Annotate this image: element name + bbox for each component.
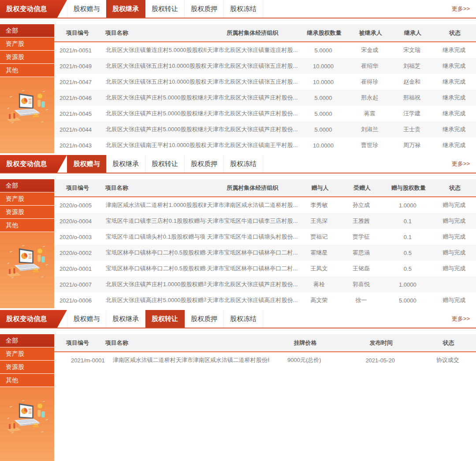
category-sidebar: 全部 资产股 资源股 其他: [0, 334, 54, 461]
more-link[interactable]: 更多>>: [452, 0, 476, 18]
table-row[interactable]: 2021/n-0044 北辰区大张庄镇芦庄村5.0000股股权继承... 天津市…: [54, 122, 476, 137]
section-title-banner: 股权变动信息: [0, 310, 67, 328]
cell: 2021/n-0043: [54, 137, 105, 153]
cell: 刘淑兰: [350, 122, 392, 137]
tab-equity-transfer[interactable]: 股权转让: [145, 0, 185, 18]
section-title-banner: 股权变动信息: [0, 0, 67, 18]
tab-equity-inheritance[interactable]: 股权继承: [106, 0, 145, 18]
cell: 天津市北辰区大张庄镇芦庄村股份...: [206, 106, 299, 122]
table-header-row: 项目编号 项目名称 所属村集体经济组织 赠与人 受赠人 赠与股权数量 状态: [54, 179, 476, 197]
cell: 天津市津南区咸水沽镇二道桥村股...: [206, 197, 299, 213]
tab-equity-inheritance[interactable]: 股权继承: [106, 155, 145, 173]
cell: 继承完成: [434, 106, 476, 122]
tab-equity-pledge[interactable]: 股权质押: [185, 155, 224, 173]
col-project-id: 项目编号: [54, 179, 105, 197]
cell: 2020/o-0005: [54, 197, 105, 213]
table-row[interactable]: 2021/n-0049 北辰区大张庄镇张五庄村10.0000股股权继... 天津…: [54, 58, 476, 74]
cell: 2021-05-20: [341, 352, 421, 368]
cell: 郭喜悦: [341, 277, 383, 292]
cell: [434, 277, 476, 292]
category-sidebar: 全部 资产股 资源股 其他: [0, 24, 54, 153]
cell: 1.0000: [383, 277, 434, 292]
section-header: 股权变动信息 股权赠与 股权继承 股权转让 股权质押 股权冻结 更多>>: [0, 310, 476, 328]
sidebar-item-asset-shares[interactable]: 资产股: [0, 192, 54, 206]
table-row[interactable]: 2021/m-0001 津南区咸水沽镇二道桥村天津市津南区咸水沽镇二道桥村股份经…: [54, 352, 476, 368]
tab-equity-gift[interactable]: 股权赠与: [67, 0, 106, 18]
section-title: 股权变动信息: [6, 315, 47, 323]
sidebar-item-all[interactable]: 全部: [0, 334, 54, 347]
col-inherit-qty: 继承股权数量: [299, 24, 350, 42]
cell: 5.0000: [299, 122, 350, 137]
tab-equity-freeze[interactable]: 股权冻结: [224, 155, 263, 173]
tab-equity-freeze[interactable]: 股权冻结: [224, 310, 263, 328]
table-row[interactable]: 2020/o-0004 宝坻区牛道口镇李三店村0.1股股权赠与项目 天津市宝坻区…: [54, 213, 476, 229]
sidebar-item-asset-shares[interactable]: 资产股: [0, 37, 54, 51]
more-link[interactable]: 更多>>: [452, 310, 476, 328]
cell: 赵金和: [392, 74, 434, 90]
cell: 天津市宝坻区林亭口镇林亭口二村...: [206, 245, 299, 261]
table-row[interactable]: 2020/o-0005 津南区咸水沽镇二道桥村1.0000股股权赠... 天津市…: [54, 197, 476, 213]
sidebar-item-other[interactable]: 其他: [0, 374, 54, 387]
tab-equity-inheritance[interactable]: 股权继承: [106, 310, 145, 328]
cell: 赠与完成: [434, 229, 476, 245]
cell: 王雅茜: [341, 213, 383, 229]
sidebar-item-resource-shares[interactable]: 资源股: [0, 51, 54, 64]
table-header-row: 项目编号 项目名称 挂牌价格 发布时间 状态: [54, 334, 476, 352]
gift-table: 项目编号 项目名称 所属村集体经济组织 赠与人 受赠人 赠与股权数量 状态 20…: [54, 179, 476, 308]
sidebar-item-resource-shares[interactable]: 资源股: [0, 361, 54, 374]
tab-equity-pledge[interactable]: 股权质押: [185, 310, 224, 328]
cell: 北辰区大张庄镇芦庄村5.0000股股权继承...: [105, 90, 206, 106]
cell: 2020/o-0004: [54, 213, 105, 229]
more-link[interactable]: 更多>>: [452, 155, 476, 173]
table-row[interactable]: 2021/n-0043 北辰区大张庄镇南王平村10.0000股股权继... 天津…: [54, 137, 476, 153]
tab-equity-transfer[interactable]: 股权转让: [145, 310, 185, 328]
tab-equity-gift[interactable]: 股权赠与: [67, 155, 106, 173]
tab-equity-gift[interactable]: 股权赠与: [67, 310, 106, 328]
table-row[interactable]: 2020/o-0003 宝坻区牛道口镇塘头村0.1股股权赠与项目 天津市宝坻区牛…: [54, 229, 476, 245]
cell: 北辰区大张庄镇芦庄村5.0000股股权继承...: [105, 106, 206, 122]
table-row[interactable]: 2021/n-0046 北辰区大张庄镇芦庄村5.0000股股权继承... 天津市…: [54, 90, 476, 106]
section-body: 全部 资产股 资源股 其他: [0, 334, 476, 461]
col-decedent: 被继承人: [350, 24, 392, 42]
cell: 继承完成: [434, 42, 476, 58]
cell: 北辰区大张庄镇芦庄村5.0000股股权继承...: [105, 122, 206, 137]
cell: 贾学征: [341, 229, 383, 245]
charts-laptop-illustration: [0, 232, 54, 308]
tab-equity-freeze[interactable]: 股权冻结: [224, 0, 263, 18]
cell: 天津市北辰区大张庄镇芦庄村股份...: [206, 122, 299, 137]
section-title-banner: 股权变动信息: [0, 155, 67, 173]
cell: 9000元(总价): [269, 352, 341, 368]
table-row[interactable]: 2021/o-0006 北辰区大张庄镇高庄村5.0000股股权赠与... 天津市…: [54, 292, 476, 308]
cell: 继承完成: [434, 74, 476, 90]
cell: 0.5: [383, 245, 434, 261]
section-body: 全部 资产股 资源股 其他: [0, 24, 476, 153]
sidebar-item-asset-shares[interactable]: 资产股: [0, 347, 54, 361]
sidebar-item-all[interactable]: 全部: [0, 24, 54, 37]
sidebar-item-all[interactable]: 全部: [0, 179, 54, 192]
sidebar-item-resource-shares[interactable]: 资源股: [0, 206, 54, 219]
col-project-name: 项目名称: [105, 334, 269, 352]
table-row[interactable]: 2020/o-0001 宝坻区林亭口镇林亭口二村0.5股股权赠与... 天津市宝…: [54, 261, 476, 277]
sidebar-item-other[interactable]: 其他: [0, 64, 54, 77]
tab-equity-pledge[interactable]: 股权质押: [185, 0, 224, 18]
table-row[interactable]: 2021/n-0047 北辰区大张庄镇张五庄村10.0000股股权继... 天津…: [54, 74, 476, 90]
table-row[interactable]: 2021/n-0051 北辰区大张庄镇董连庄村5.0000股股权继... 天津市…: [54, 42, 476, 58]
table-row[interactable]: 2021/o-0007 北辰区大张庄镇芦庄村1.0000股股权赠与... 天津市…: [54, 277, 476, 292]
cell: 2020/o-0002: [54, 245, 105, 261]
sidebar-item-other[interactable]: 其他: [0, 219, 54, 232]
tab-bar: 股权赠与 股权继承 股权转让 股权质押 股权冻结: [67, 0, 263, 18]
tab-equity-transfer[interactable]: 股权转让: [145, 155, 185, 173]
cell: 津南区咸水沽镇二道桥村天津市津南区咸水沽镇二道桥村股份经...: [105, 352, 269, 368]
charts-laptop-illustration: [0, 387, 54, 461]
inheritance-table: 项目编号 项目名称 所属村集体经济组织 继承股权数量 被继承人 继承人 状态 2…: [54, 24, 476, 153]
cell: 天津市北辰区大张庄镇董连庄村股...: [206, 42, 299, 58]
cell: 2020/o-0003: [54, 229, 105, 245]
cell: 王士贵: [392, 122, 434, 137]
col-donor: 赠与人: [299, 179, 341, 197]
table-row[interactable]: 2021/n-0045 北辰区大张庄镇芦庄村5.0000股股权继承... 天津市…: [54, 106, 476, 122]
cell: 蒋栓: [299, 277, 341, 292]
cell: 邢福祝: [392, 90, 434, 106]
cell: 崔绍华: [350, 58, 392, 74]
table-row[interactable]: 2020/o-0002 宝坻区林亭口镇林亭口二村0.5股股权赠与... 天津市宝…: [54, 245, 476, 261]
col-status: 状态: [421, 334, 476, 352]
